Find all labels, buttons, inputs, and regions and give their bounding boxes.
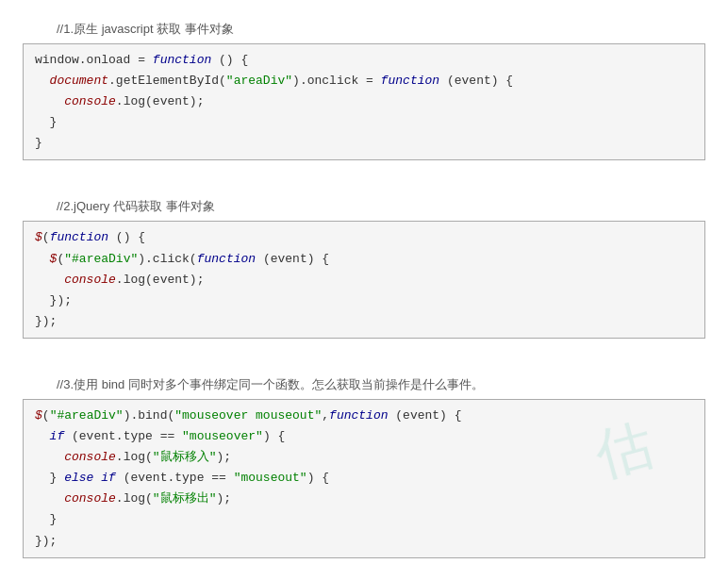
page-content: //1.原生 javascript 获取 事件对象 window.onload … xyxy=(0,0,728,564)
code-block-3: $("#areaDiv").bind("mouseover mouseout",… xyxy=(23,399,705,558)
comment-2: //2.jQuery 代码获取 事件对象 xyxy=(19,187,709,221)
code-block-1: window.onload = function () { document.g… xyxy=(23,43,705,160)
code-block-2: $(function () { $("#areaDiv").click(func… xyxy=(23,221,705,338)
comment-1: //1.原生 javascript 获取 事件对象 xyxy=(19,9,709,43)
comment-3: //3.使用 bind 同时对多个事件绑定同一个函数。怎么获取当前操作是什么事件… xyxy=(19,365,709,399)
